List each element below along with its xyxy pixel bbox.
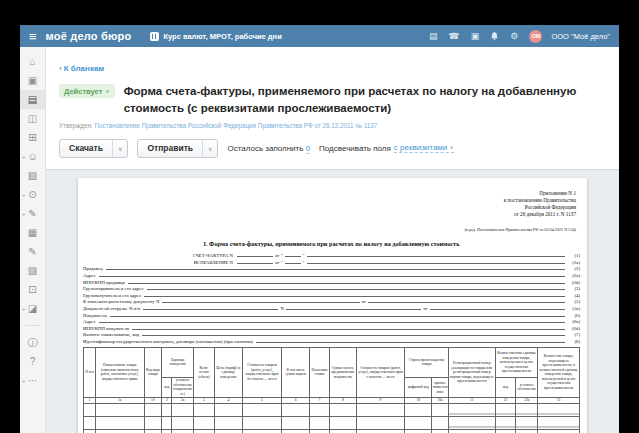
table-cell — [282, 404, 310, 417]
sidebar-item-gallery[interactable]: ▨ — [20, 261, 45, 280]
table-cell — [95, 417, 144, 430]
form-line: Документ об отгрузке N п/пNот(5а) — [83, 304, 580, 311]
book-icon: ◫ — [28, 114, 37, 124]
remaining-count-link[interactable]: 0 — [306, 144, 310, 154]
phone-icon[interactable]: ☎ — [449, 32, 460, 41]
currency-rates-button[interactable]: Курс валют, МРОТ, рабочие дни — [150, 32, 281, 41]
form-line: Продавец(2) — [83, 265, 580, 272]
settings-icon[interactable]: ⚙ — [510, 32, 518, 41]
table-cell — [538, 404, 580, 417]
form-line: Грузоотправитель и его адрес(3) — [83, 285, 580, 292]
table-cell — [194, 417, 215, 430]
form-line: ИСПРАВЛЕНИЕ Nот ""(1а) — [83, 258, 580, 265]
home-icon: ⌂ — [29, 57, 35, 67]
sidebar-item-documents[interactable]: ⊞ — [20, 128, 45, 147]
table-cell — [144, 404, 162, 417]
table-subcol: условное обозначение (национальное) — [172, 377, 194, 397]
sidebar-item-webinars[interactable]: ▦ — [20, 223, 45, 242]
send-button[interactable]: Отправить ∨ — [137, 139, 218, 158]
table-cell — [432, 404, 449, 417]
photo-icon: ▨ — [28, 266, 37, 276]
sidebar-item-staff[interactable]: +☺ — [20, 147, 45, 166]
sidebar-item-favorites[interactable]: ⊡ — [20, 280, 45, 299]
table-subcol: краткое наименование — [432, 377, 449, 397]
table-cell — [242, 404, 282, 417]
app-logo[interactable]: моё дело бюро — [46, 30, 132, 42]
form-line: Адрес(6а) — [83, 318, 580, 325]
table-cell — [144, 417, 162, 430]
appendix-line: к постановлению Правительства — [83, 197, 576, 204]
doc-person-icon: ◪ — [28, 304, 37, 314]
documents-icon[interactable]: ▤ — [429, 32, 438, 41]
sidebar-item-info[interactable]: ⓘ — [20, 333, 45, 352]
back-to-blanks-link[interactable]: ‹ К бланкам — [59, 64, 104, 73]
sidebar-item-more[interactable]: +⋯ — [20, 371, 45, 390]
table-cell — [538, 417, 580, 430]
folder-add-icon: ⊞ — [28, 133, 36, 143]
back-arrow-icon: ‹ — [59, 64, 62, 73]
table-col: Количество товара, подлежащего прослежив… — [538, 347, 580, 397]
sidebar-item-support[interactable]: ? — [20, 352, 45, 371]
app-window: ≡ моё дело бюро Курс валют, МРОТ, рабочи… — [20, 25, 619, 433]
image-icon: ▧ — [28, 171, 37, 181]
approved-regulation-link[interactable]: Постановление Правительства Российской Ф… — [95, 122, 378, 129]
table-cell — [194, 404, 215, 417]
chevron-down-icon[interactable]: ∨ — [112, 140, 127, 157]
form-line: Адрес(2а) — [83, 271, 580, 278]
chart-icon — [150, 32, 159, 41]
form-title: I. Форма счета-фактуры, применяемого при… — [83, 240, 580, 247]
journal-icon: ▤ — [28, 95, 37, 105]
table-col: Регистрационный номер декларации на това… — [448, 347, 495, 397]
form-line: ИНН/КПП продавца(2б) — [83, 278, 580, 285]
table-col-group: Единица измерения — [162, 347, 194, 377]
search-icon: ⊙ — [28, 190, 36, 200]
invoice-table: N п/пНаименование товара (описание выпол… — [83, 347, 580, 433]
chevron-down-icon[interactable]: ∨ — [202, 140, 217, 157]
download-button[interactable]: Скачать ∨ — [59, 139, 128, 158]
photo-icon[interactable]: ▣ — [471, 32, 480, 41]
notifications-icon[interactable] — [490, 31, 499, 41]
plus-icon: + — [22, 378, 26, 384]
hamburger-menu-icon[interactable]: ≡ — [29, 30, 37, 43]
content-header: ‹ К бланкам Действует ∨ Форма счета-факт… — [46, 47, 619, 169]
table-col: Стоимость товаров (работ, услуг), имущес… — [242, 347, 282, 397]
plus-icon: + — [22, 211, 26, 217]
table-cell — [95, 404, 144, 417]
plus-icon: + — [22, 306, 26, 312]
table-row — [84, 404, 580, 417]
table-cell — [405, 417, 432, 430]
sidebar-item-knowledge-base[interactable]: ◫ — [20, 109, 45, 128]
folder-star-icon: ⊡ — [28, 285, 36, 295]
table-subcol: условное обозначение — [516, 377, 538, 397]
table-col: Налоговая ставка — [310, 347, 330, 397]
avatar[interactable]: ОМ — [529, 30, 542, 43]
table-cell — [448, 404, 495, 417]
document-preview-area[interactable]: Приложение N 1к постановлению Правительс… — [46, 169, 619, 433]
sidebar-item-business[interactable]: ▣ — [20, 71, 45, 90]
sidebar-divider — [25, 325, 40, 326]
sidebar-item-blanks[interactable]: ▤ — [20, 90, 45, 109]
plus-icon: + — [22, 154, 26, 160]
sidebar-item-reports[interactable]: ▧ — [20, 166, 45, 185]
table-col: В том числе сумма акциза — [282, 347, 310, 397]
status-badge[interactable]: Действует ∨ — [59, 84, 115, 98]
doc-edit-icon: ✎ — [28, 247, 36, 257]
table-cell — [162, 417, 172, 430]
approved-prefix: Утвержден: — [59, 122, 93, 129]
appendix-line: Приложение N 1 — [83, 190, 576, 197]
info-icon: ⓘ — [28, 338, 38, 348]
sidebar: ⌂▣▤◫⊞+☺▧+⊙+✎▦✎▨⊡+◪ⓘ?+⋯ — [20, 47, 46, 433]
form-line: СЧЕТ-ФАКТУРА Nот ""(1) — [83, 252, 580, 259]
table-col-group: Количественная единица измерения товара,… — [495, 347, 538, 377]
sidebar-item-client-documents[interactable]: +◪ — [20, 299, 45, 318]
sidebar-item-counterparty-check[interactable]: +⊙ — [20, 185, 45, 204]
sidebar-item-home[interactable]: ⌂ — [20, 52, 45, 71]
highlight-mode-dropdown[interactable]: с реквизитами ∨ — [394, 143, 454, 153]
sidebar-item-new-document[interactable]: +✎ — [20, 204, 45, 223]
table-col-group: Страна происхождения товара — [405, 347, 449, 377]
sidebar-item-templates[interactable]: ✎ — [20, 242, 45, 261]
table-cell — [356, 404, 405, 417]
topbar: ≡ моё дело бюро Курс валют, МРОТ, рабочи… — [20, 25, 619, 47]
table-col: Коли- чество (объем) — [194, 347, 215, 397]
company-name[interactable]: ООО "Моё дело" — [551, 32, 610, 41]
